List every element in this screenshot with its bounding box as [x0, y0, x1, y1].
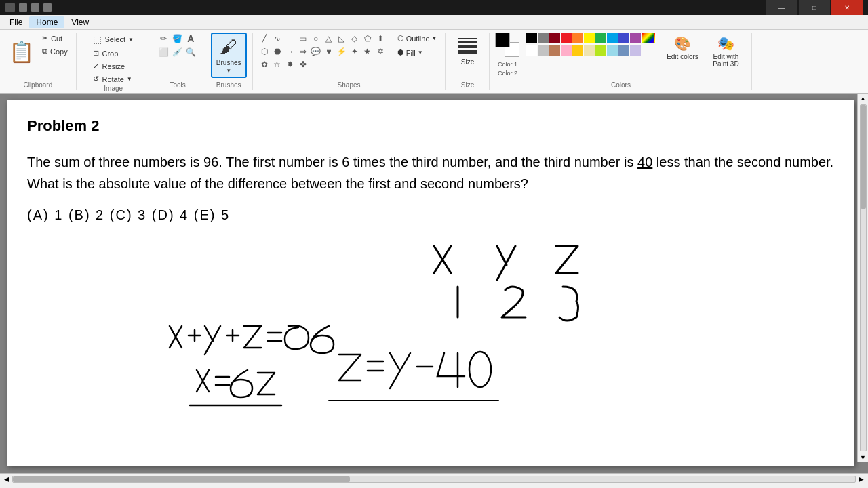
shape-pentagon[interactable]: ⬠: [361, 33, 374, 45]
canvas-content: Problem 2 The sum of three numbers is 96…: [7, 100, 854, 443]
edit-colors-icon: 🎨: [674, 35, 691, 52]
shape-arrow[interactable]: →: [284, 45, 296, 58]
size-button[interactable]: Size: [451, 33, 484, 68]
brushes-button[interactable]: 🖌 Brushes ▼: [211, 33, 247, 78]
fill-button[interactable]: ⬢ Fill ▼: [395, 47, 440, 58]
swatch-pink[interactable]: [561, 45, 572, 56]
shape-right-triangle[interactable]: ◺: [336, 33, 348, 45]
color-selectors: Color 1 Color 2: [495, 33, 519, 77]
swatch-white[interactable]: [526, 45, 537, 56]
shape-ellipse[interactable]: ○: [310, 33, 322, 45]
canvas-area: ▲ ▼ Problem 2 The sum of three numbers i…: [0, 94, 868, 473]
swatch-steelblue[interactable]: [618, 45, 629, 56]
shape-diamond[interactable]: ◇: [349, 33, 361, 45]
clipboard-group: 📋 ✂ Cut ⧉ Copy Clipboard: [0, 33, 77, 90]
swatch-purple[interactable]: [630, 33, 641, 43]
text-tool[interactable]: A: [184, 33, 197, 45]
quick-redo[interactable]: [43, 3, 52, 12]
shape-misc4[interactable]: ✤: [297, 58, 309, 70]
select-icon: ⬚: [93, 34, 102, 45]
equation-1: [170, 326, 334, 354]
shape-misc3[interactable]: ✸: [284, 58, 296, 70]
colors-group: Color 1 Color 2: [490, 33, 752, 90]
shape-rect[interactable]: □: [284, 33, 296, 45]
quick-save[interactable]: [19, 3, 27, 12]
shape-triangle[interactable]: △: [323, 33, 335, 45]
close-button[interactable]: ✕: [831, 0, 863, 15]
swatch-cream[interactable]: [584, 45, 595, 56]
shape-star6[interactable]: ✡: [374, 45, 387, 58]
menu-home[interactable]: Home: [29, 16, 64, 28]
quick-undo[interactable]: [31, 3, 39, 12]
paste-button[interactable]: 📋: [5, 33, 37, 70]
swatch-yellow[interactable]: [584, 33, 595, 43]
answer-choices: (A) 1 (B) 2 (C) 3 (D) 4 (E) 5: [27, 204, 834, 226]
shape-round-rect[interactable]: ▭: [297, 33, 309, 45]
swatch-lime[interactable]: [595, 45, 606, 56]
scroll-thumb-h[interactable]: [13, 476, 350, 482]
swatch-darkred[interactable]: [549, 33, 560, 43]
shape-misc2[interactable]: ☆: [271, 58, 283, 70]
shape-curve[interactable]: ∿: [271, 33, 283, 45]
menu-view[interactable]: View: [64, 16, 96, 28]
swatch-black[interactable]: [526, 33, 537, 43]
shape-chevron-up[interactable]: ⬆: [374, 33, 387, 45]
size-line-1: [458, 38, 477, 39]
scroll-thumb-v[interactable]: [861, 105, 866, 209]
maximize-button[interactable]: □: [799, 0, 830, 15]
swatch-red[interactable]: [561, 33, 572, 43]
swatch-indigo[interactable]: [618, 33, 629, 43]
problem-text: The sum of three numbers is 96. The firs…: [27, 151, 834, 195]
eraser-tool[interactable]: ⬜: [157, 46, 170, 58]
clipboard-label: Clipboard: [23, 81, 52, 90]
swatch-gold[interactable]: [572, 45, 583, 56]
swatch-brown[interactable]: [549, 45, 560, 56]
pencil-tool[interactable]: ✏: [157, 33, 170, 45]
shape-heart[interactable]: ♥: [323, 45, 335, 58]
select-button[interactable]: ⬚ Select ▼: [90, 33, 136, 46]
resize-icon: ⤢: [93, 62, 99, 70]
shape-callout[interactable]: 💬: [310, 45, 322, 58]
menu-file[interactable]: File: [3, 16, 29, 28]
swatch-skyblue[interactable]: [607, 45, 618, 56]
shape-lightning[interactable]: ⚡: [336, 45, 348, 58]
copy-button[interactable]: ⧉ Copy: [39, 45, 71, 57]
minimize-button[interactable]: —: [766, 0, 797, 15]
scroll-left-button[interactable]: ◀: [1, 474, 12, 485]
shape-misc1[interactable]: ✿: [258, 58, 271, 70]
shape-star5[interactable]: ★: [361, 45, 374, 58]
resize-button[interactable]: ⤢ Resize: [90, 60, 136, 72]
shape-star4[interactable]: ✦: [349, 45, 361, 58]
edit-colors-button[interactable]: 🎨 Edit colors: [662, 33, 703, 63]
rotate-button[interactable]: ↺ Rotate ▼: [90, 73, 136, 85]
picker-tool[interactable]: 💉: [171, 46, 183, 58]
fill-tool[interactable]: 🪣: [171, 33, 183, 45]
magnify-tool[interactable]: 🔍: [184, 46, 197, 58]
color-palette: [526, 33, 655, 56]
edit-paint3d-button[interactable]: 🎭 Edit with Paint 3D: [705, 33, 746, 70]
cut-button[interactable]: ✂ Cut: [39, 33, 71, 44]
swatch-gray[interactable]: [538, 33, 549, 43]
swatch-blue[interactable]: [607, 33, 618, 43]
color1-swatch[interactable]: [495, 33, 510, 47]
shape-line[interactable]: ╱: [258, 33, 271, 45]
scroll-right-button[interactable]: ▶: [856, 474, 867, 485]
shape-hex[interactable]: ⬡: [258, 45, 271, 58]
swatch-green[interactable]: [595, 33, 606, 43]
handwriting-svg: [27, 239, 637, 429]
shape-oct[interactable]: ⬣: [271, 45, 283, 58]
swatch-lavender[interactable]: [630, 45, 641, 56]
var-y-label: [497, 246, 515, 280]
size-group: Size Size: [446, 33, 490, 90]
outline-button[interactable]: ⬡ Outline ▼: [395, 33, 440, 44]
scroll-up-button[interactable]: ▲: [859, 94, 868, 103]
crop-button[interactable]: ⊡ Crop: [90, 47, 136, 59]
scroll-down-button[interactable]: ▼: [859, 453, 868, 462]
paint3d-icon: 🎭: [717, 35, 734, 52]
swatch-rainbow[interactable]: [642, 33, 655, 43]
clipboard-actions: ✂ Cut ⧉ Copy: [39, 33, 71, 81]
outline-dropdown-arrow: ▼: [432, 35, 437, 41]
swatch-lightgray[interactable]: [538, 45, 549, 56]
shape-arrow2[interactable]: ⇒: [297, 45, 309, 58]
swatch-orange[interactable]: [572, 33, 583, 43]
